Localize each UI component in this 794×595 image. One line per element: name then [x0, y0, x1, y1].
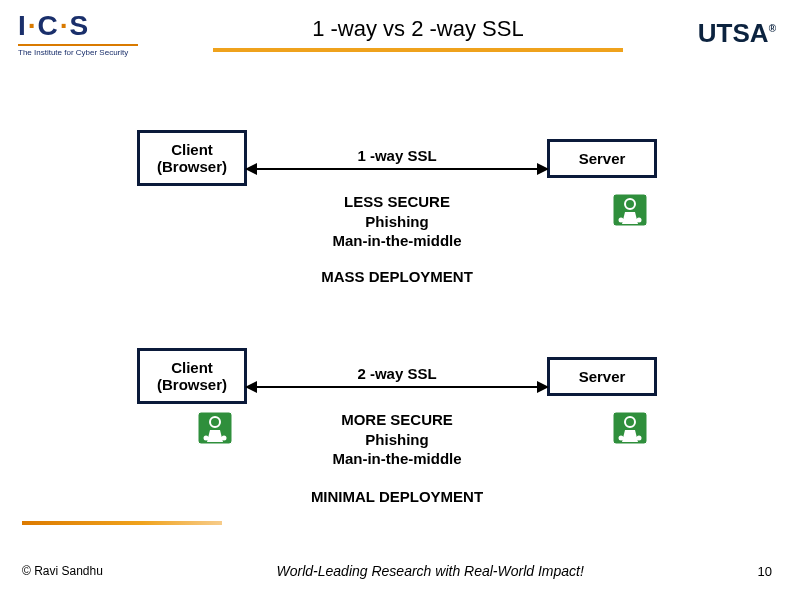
- svg-rect-5: [631, 219, 637, 221]
- twoway-label: 2 -way SSL: [357, 365, 436, 382]
- svg-point-16: [637, 436, 642, 441]
- note-line: Phishing: [0, 430, 794, 450]
- arrow-left-icon: [245, 381, 257, 393]
- ics-dot-icon: ·: [60, 10, 70, 41]
- note-line: Man-in-the-middle: [0, 231, 794, 251]
- tagline: World-Leading Research with Real-World I…: [103, 563, 758, 579]
- server-box: Server: [547, 139, 657, 178]
- ics-letter: S: [70, 10, 91, 41]
- footer-accent-bar: [22, 521, 222, 525]
- svg-rect-17: [631, 437, 637, 439]
- utsa-logo: UTSA®: [698, 18, 776, 49]
- slide-title: 1 -way vs 2 -way SSL: [312, 16, 524, 42]
- svg-point-14: [619, 436, 624, 441]
- client-label-line1: Client: [154, 141, 230, 158]
- utsa-logo-text: UTSA: [698, 18, 769, 48]
- svg-rect-15: [623, 437, 629, 439]
- client-label-line2: (Browser): [154, 376, 230, 393]
- client-label-line2: (Browser): [154, 158, 230, 175]
- twoway-connector: 2 -way SSL: [247, 365, 547, 388]
- title-underline: [213, 48, 623, 52]
- svg-point-10: [222, 436, 227, 441]
- server-label: Server: [564, 368, 640, 385]
- note-line: Man-in-the-middle: [0, 449, 794, 469]
- svg-rect-11: [216, 437, 222, 439]
- server-certificate-icon: [610, 408, 650, 448]
- ics-logo-text: I·C·S: [18, 10, 90, 42]
- server-box: Server: [547, 357, 657, 396]
- svg-rect-9: [208, 437, 214, 439]
- svg-point-4: [637, 218, 642, 223]
- connector-line: [247, 168, 547, 170]
- oneway-note: LESS SECURE Phishing Man-in-the-middle: [0, 192, 794, 251]
- svg-point-2: [619, 218, 624, 223]
- server-label: Server: [564, 150, 640, 167]
- ics-logo-subtitle: The Institute for Cyber Security: [18, 48, 128, 57]
- twoway-ssl-row: Client (Browser) 2 -way SSL Server: [0, 348, 794, 404]
- copyright: © Ravi Sandhu: [22, 564, 103, 578]
- note-line: Phishing: [0, 212, 794, 232]
- client-box: Client (Browser): [137, 130, 247, 186]
- utsa-trademark-icon: ®: [769, 23, 776, 34]
- title-block: 1 -way vs 2 -way SSL: [158, 16, 678, 52]
- client-certificate-icon: [195, 408, 235, 448]
- server-certificate-icon: [610, 190, 650, 230]
- oneway-connector: 1 -way SSL: [247, 147, 547, 170]
- arrow-right-icon: [537, 381, 549, 393]
- twoway-note: MORE SECURE Phishing Man-in-the-middle: [0, 410, 794, 469]
- ics-logo: I·C·S The Institute for Cyber Security: [18, 10, 138, 57]
- page-number: 10: [758, 564, 772, 579]
- oneway-deployment: MASS DEPLOYMENT: [0, 268, 794, 285]
- ics-dot-icon: ·: [28, 10, 38, 41]
- ics-letter: C: [38, 10, 60, 41]
- svg-point-8: [204, 436, 209, 441]
- oneway-label: 1 -way SSL: [357, 147, 436, 164]
- slide-header: I·C·S The Institute for Cyber Security 1…: [0, 0, 794, 57]
- connector-line: [247, 386, 547, 388]
- arrow-right-icon: [537, 163, 549, 175]
- note-line: MORE SECURE: [0, 410, 794, 430]
- client-box: Client (Browser): [137, 348, 247, 404]
- note-line: LESS SECURE: [0, 192, 794, 212]
- ics-letter: I: [18, 10, 28, 41]
- twoway-deployment: MINIMAL DEPLOYMENT: [0, 488, 794, 505]
- oneway-ssl-row: Client (Browser) 1 -way SSL Server: [0, 130, 794, 186]
- slide-footer: © Ravi Sandhu World-Leading Research wit…: [0, 563, 794, 579]
- arrow-left-icon: [245, 163, 257, 175]
- client-label-line1: Client: [154, 359, 230, 376]
- ics-logo-underline: [18, 44, 138, 46]
- svg-rect-3: [623, 219, 629, 221]
